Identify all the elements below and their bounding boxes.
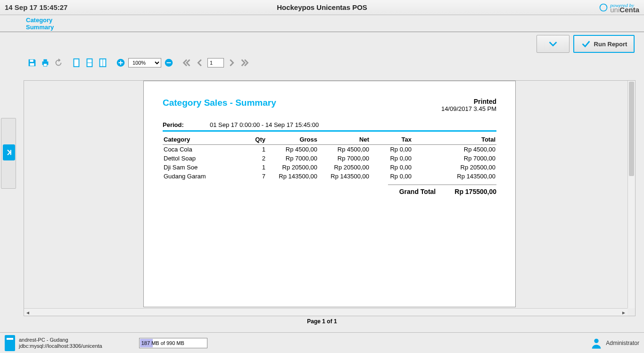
run-report-button[interactable]: Run Report (573, 35, 635, 53)
breadcrumb: Category Summary (0, 15, 644, 32)
table-row: Dji Sam Soe1Rp 20500,00Rp 20500,00Rp 0,0… (163, 163, 496, 172)
svg-rect-6 (74, 59, 79, 67)
user-block[interactable]: Administrator (590, 336, 639, 350)
col-qty: Qty (243, 134, 266, 145)
check-icon (581, 39, 591, 49)
svg-rect-4 (43, 59, 47, 62)
report-viewport: Category Sales - Summary Printed 14/09/2… (24, 80, 636, 316)
refresh-icon (53, 58, 64, 68)
plus-circle-icon (116, 58, 126, 68)
page-input[interactable] (207, 58, 224, 67)
breadcrumb-category[interactable]: Category (26, 17, 644, 24)
col-category: Category (163, 134, 243, 145)
separator-line (163, 130, 496, 132)
zoom-select[interactable]: 100% (128, 58, 161, 67)
svg-rect-5 (43, 64, 47, 67)
col-tax: Tax (370, 134, 413, 145)
save-button[interactable] (26, 57, 38, 68)
refresh-button[interactable] (53, 57, 64, 68)
next-page-button[interactable] (226, 57, 237, 68)
vertical-scrollbar[interactable] (627, 81, 635, 308)
status-bar: andrest-PC - Gudang jdbc:mysql://localho… (0, 332, 644, 353)
brand-circle-icon (599, 3, 608, 12)
scroll-thumb[interactable] (629, 82, 634, 176)
grand-total-row: Grand Total Rp 175500,00 (388, 185, 496, 195)
period-row: Period: 01 Sep 17 0:00:00 - 14 Sep 17 15… (163, 121, 496, 128)
page-actual-button[interactable] (71, 57, 82, 68)
svg-rect-2 (30, 63, 34, 66)
report-page: Category Sales - Summary Printed 14/09/2… (143, 81, 516, 307)
user-icon (590, 336, 603, 350)
scroll-right-arrow[interactable]: ► (620, 309, 627, 316)
app-title: Hockeypos Unicentas POS (277, 3, 367, 11)
period-label: Period: (163, 121, 210, 128)
action-bar: Run Report (0, 32, 644, 56)
page-fit-icon (84, 58, 95, 68)
period-value: 01 Sep 17 0:00:00 - 14 Sep 17 15:45:00 (210, 121, 319, 128)
chevron-down-icon (548, 39, 558, 49)
side-panel-tab[interactable] (1, 118, 16, 189)
horizontal-scrollbar[interactable]: ◄► (24, 308, 627, 316)
first-page-button[interactable] (181, 57, 192, 68)
col-net: Net (318, 134, 370, 145)
col-total: Total (413, 134, 496, 145)
table-row: Dettol Soap2Rp 7000,00Rp 7000,00Rp 0,00R… (163, 154, 496, 163)
chevron-left-icon (195, 58, 205, 68)
print-icon (40, 58, 50, 68)
side-panel-handle[interactable] (3, 144, 15, 160)
print-button[interactable] (40, 57, 51, 68)
table-row: Gudang Garam7Rp 143500,00Rp 143500,00Rp … (163, 172, 496, 181)
memory-gauge[interactable]: 187 MB of 990 MB (139, 338, 207, 348)
page-indicator: Page 1 of 1 (0, 318, 644, 327)
save-icon (27, 58, 37, 68)
chevron-double-right-icon (239, 58, 250, 68)
printed-block: Printed 14/09/2017 3.45 PM (441, 98, 496, 112)
page-width-button[interactable] (97, 57, 108, 68)
host-icon (5, 335, 15, 351)
minus-circle-icon (164, 58, 174, 68)
user-name: Administrator (606, 340, 639, 346)
report-toolbar: 100% (0, 56, 644, 70)
report-table: Category Qty Gross Net Tax Total Coca Co… (163, 134, 496, 181)
chevron-double-left-icon (182, 58, 192, 68)
page-fit-button[interactable] (84, 57, 95, 68)
jdbc-url: jdbc:mysql://localhost:3306/unicenta (19, 343, 102, 349)
grand-total-value: Rp 175500,00 (454, 188, 496, 195)
svg-point-11 (594, 338, 599, 343)
chevron-right-icon (226, 58, 237, 68)
host-info: andrest-PC - Gudang jdbc:mysql://localho… (19, 337, 102, 349)
table-row: Coca Cola1Rp 4500,00Rp 4500,00Rp 0,00Rp … (163, 145, 496, 154)
printed-label: Printed (441, 98, 496, 105)
title-bar: 14 Sep 17 15:45:27 Hockeypos Unicentas P… (0, 0, 644, 15)
host-name: andrest-PC - Gudang (19, 337, 102, 343)
expand-button[interactable] (537, 35, 570, 53)
expand-right-icon (5, 148, 13, 157)
last-page-button[interactable] (239, 57, 250, 68)
printed-timestamp: 14/09/2017 3.45 PM (441, 105, 496, 112)
svg-rect-1 (30, 60, 33, 62)
memory-text: 187 MB of 990 MB (141, 340, 184, 346)
datetime-label: 14 Sep 17 15:45:27 (5, 3, 67, 11)
col-gross: Gross (266, 134, 318, 145)
page-icon (71, 58, 82, 68)
zoom-in-button[interactable] (115, 57, 126, 68)
run-report-label: Run Report (594, 41, 627, 48)
prev-page-button[interactable] (194, 57, 206, 68)
svg-point-0 (600, 4, 607, 11)
brand-logo: powered by uniCenta (599, 3, 639, 12)
grand-total-label: Grand Total (399, 188, 436, 195)
breadcrumb-summary[interactable]: Summary (26, 24, 644, 31)
page-width-icon (98, 58, 108, 68)
zoom-out-button[interactable] (163, 57, 174, 68)
brand-name: uniCenta (610, 8, 639, 12)
scroll-left-arrow[interactable]: ◄ (24, 309, 32, 316)
